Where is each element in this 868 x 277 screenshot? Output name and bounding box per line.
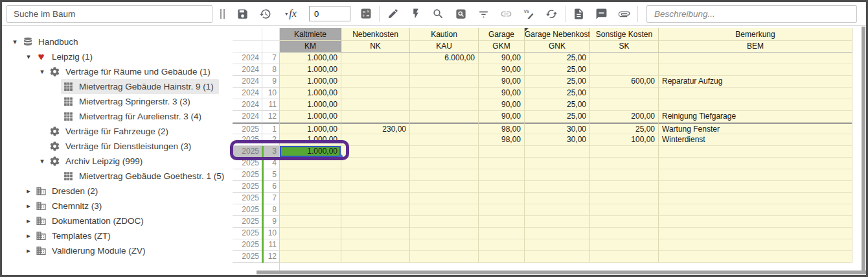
- cell-sk[interactable]: 600,00: [590, 76, 659, 88]
- sync-button[interactable]: [540, 2, 563, 25]
- cell-nk[interactable]: [341, 239, 410, 251]
- cell-km[interactable]: [280, 193, 341, 204]
- vertical-scrollbar[interactable]: [862, 27, 865, 271]
- cell-kau[interactable]: [410, 134, 479, 146]
- row-header-year[interactable]: 2024: [233, 76, 262, 88]
- cell-gkm[interactable]: [479, 146, 525, 158]
- row-header-month[interactable]: 12: [262, 111, 280, 123]
- row-header-year[interactable]: 2024: [233, 64, 262, 76]
- row-header-month[interactable]: 1: [262, 123, 280, 134]
- expand-icon[interactable]: ▸: [23, 247, 34, 255]
- cell-sk[interactable]: [590, 146, 659, 158]
- cell-sk[interactable]: [590, 99, 659, 111]
- column-header-sk[interactable]: SK: [590, 41, 659, 53]
- row-header-month[interactable]: 6: [262, 181, 280, 193]
- row-header-month[interactable]: 11: [262, 99, 280, 111]
- cell-gnk[interactable]: [525, 193, 590, 204]
- column-header-kau[interactable]: KAU: [410, 41, 479, 53]
- collapse-icon[interactable]: ▾: [10, 38, 20, 46]
- cell-kau[interactable]: [410, 158, 479, 169]
- tree-item-10[interactable]: ▸Dresden (2): [23, 184, 230, 199]
- cell-sk[interactable]: [590, 181, 659, 193]
- cell-kau[interactable]: [410, 204, 479, 216]
- tree-item-content[interactable]: Dresden (2): [34, 184, 103, 199]
- cell-km[interactable]: 1.000,00: [280, 123, 341, 134]
- cell-km[interactable]: [280, 204, 341, 216]
- cell-gnk[interactable]: 30,00: [525, 123, 590, 134]
- row-header-month[interactable]: 7: [262, 193, 280, 204]
- cell-bem[interactable]: [659, 99, 852, 111]
- attachment-button[interactable]: [613, 2, 635, 25]
- cell-nk[interactable]: 230,00: [341, 123, 410, 134]
- description-input[interactable]: [646, 5, 857, 23]
- formula-dropdown-button[interactable]: ▾ fx: [277, 2, 305, 25]
- expand-icon[interactable]: ▸: [23, 232, 34, 240]
- cell-bem[interactable]: [659, 64, 852, 76]
- row-header-month[interactable]: 12: [262, 251, 280, 263]
- row-header-month[interactable]: 11: [262, 239, 280, 251]
- cell-gnk[interactable]: [525, 204, 590, 216]
- cell-nk[interactable]: [341, 181, 410, 193]
- column-header-bem[interactable]: Bemerkung: [659, 28, 852, 41]
- row-header-month[interactable]: 9: [262, 76, 280, 88]
- row-header-year[interactable]: 2025: [233, 228, 262, 239]
- panel-splitter-handle[interactable]: [220, 9, 225, 19]
- cell-kau[interactable]: [410, 251, 479, 263]
- cell-sk[interactable]: [590, 204, 659, 216]
- column-header-sk[interactable]: Sonstige Kosten: [590, 28, 659, 41]
- cell-gkm[interactable]: [479, 216, 525, 228]
- cell-nk[interactable]: [341, 134, 410, 146]
- tree-item-9[interactable]: Mietvertrag Gebäude Goethestr. 1 (5): [51, 169, 230, 184]
- column-header-gnk[interactable]: Garage Nebenkosten: [525, 28, 590, 41]
- cell-sk[interactable]: [590, 88, 659, 99]
- comment-button[interactable]: [590, 2, 613, 25]
- row-header-year[interactable]: 2025: [233, 181, 262, 193]
- cell-km[interactable]: [280, 158, 341, 169]
- cell-sk[interactable]: [590, 239, 659, 251]
- row-header-year[interactable]: 2024: [233, 88, 262, 99]
- cell-gnk[interactable]: 25,00: [525, 53, 590, 64]
- cell-kau[interactable]: [410, 181, 479, 193]
- row-header-year[interactable]: 2025: [233, 251, 262, 263]
- row-header-month[interactable]: 7: [262, 53, 280, 64]
- cell-sk[interactable]: [590, 216, 659, 228]
- cell-bem[interactable]: [659, 181, 852, 193]
- cell-bem[interactable]: [659, 239, 852, 251]
- tree-item-content[interactable]: Templates (ZT): [34, 228, 116, 243]
- row-header-month[interactable]: 3: [262, 146, 280, 158]
- row-header-year[interactable]: 2025: [233, 123, 262, 134]
- cell-kau[interactable]: [410, 76, 479, 88]
- cell-km[interactable]: 1.000,00: [280, 53, 341, 64]
- search-button[interactable]: [427, 2, 450, 25]
- cell-gkm[interactable]: 90,00: [479, 99, 525, 111]
- collapse-icon[interactable]: ▾: [37, 157, 47, 165]
- trigger-button[interactable]: [404, 2, 427, 25]
- cell-km[interactable]: 1.000,00: [280, 111, 341, 123]
- tree-item-content[interactable]: Archiv Leipzig (999): [47, 154, 148, 169]
- horizontal-scrollbar[interactable]: [257, 271, 866, 274]
- cell-kau[interactable]: [410, 146, 479, 158]
- tree-item-content[interactable]: Verträge für Fahrzeuge (2): [47, 124, 174, 139]
- row-header-month[interactable]: 5: [262, 169, 280, 181]
- cell-km[interactable]: 1.000,00: [280, 99, 341, 111]
- cell-gkm[interactable]: [479, 228, 525, 239]
- column-header-gkm[interactable]: Garage: [479, 28, 525, 41]
- row-header-month[interactable]: 10: [262, 228, 280, 239]
- tree-item-7[interactable]: Verträge für Dienstleistungen (3): [37, 139, 230, 154]
- column-header-bem[interactable]: BEM: [659, 41, 852, 53]
- tree-item-4[interactable]: Mietvertrag Springerstr. 3 (3): [51, 94, 230, 109]
- cell-bem[interactable]: Reinigung Tiefgarage: [659, 111, 852, 123]
- cell-nk[interactable]: [341, 76, 410, 88]
- save-button[interactable]: [231, 2, 254, 25]
- link-button[interactable]: [495, 2, 518, 25]
- row-header-year[interactable]: 2025: [233, 204, 262, 216]
- tree-item-content[interactable]: Handbuch: [20, 34, 84, 49]
- column-header-gkm[interactable]: GKM: [479, 41, 525, 53]
- cell-kau[interactable]: [410, 228, 479, 239]
- cell-km[interactable]: 1.000,00: [280, 146, 341, 158]
- cell-gkm[interactable]: [479, 239, 525, 251]
- row-header-year[interactable]: 2025: [233, 134, 262, 146]
- version-compare-button[interactable]: vs: [518, 2, 540, 25]
- cell-gnk[interactable]: 25,00: [525, 111, 590, 123]
- cell-gnk[interactable]: 25,00: [525, 76, 590, 88]
